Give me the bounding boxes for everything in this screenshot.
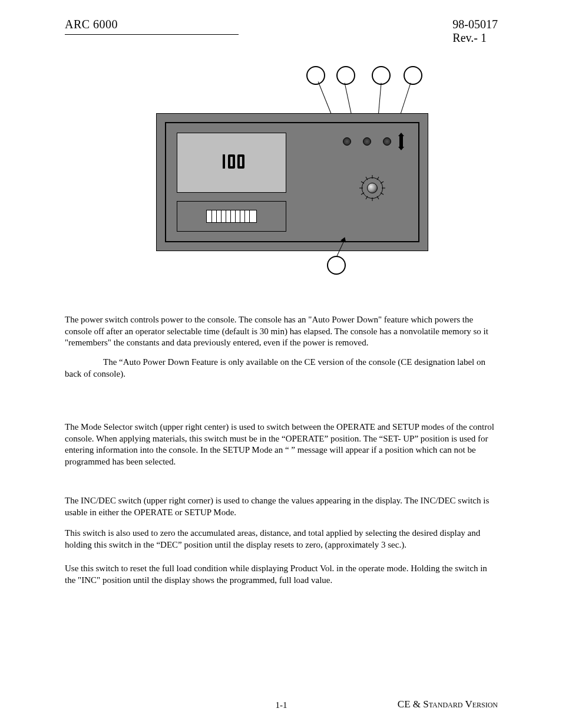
console-display: [177, 133, 286, 193]
inc-dec-switch-icon[interactable]: [399, 136, 403, 147]
console-lower-panel: [177, 201, 286, 232]
footer-version: CE & Standard Version: [398, 699, 498, 710]
console-figure: [156, 66, 427, 272]
callout-circle-3: [372, 66, 391, 85]
console-button-row: [343, 137, 419, 149]
doc-number: 98-05017: [452, 18, 498, 31]
console-display-value: [177, 154, 286, 169]
console-button-1[interactable]: [343, 137, 351, 146]
paragraph-mode-selector: The Mode Selector switch (upper right ce…: [65, 421, 498, 467]
header-rule: [65, 34, 239, 35]
paragraph-power: The power switch controls power to the c…: [65, 314, 498, 349]
console-button-2[interactable]: [363, 137, 371, 146]
console-body: [156, 113, 428, 251]
console-scale-strip: [206, 210, 257, 223]
footer-page-number: 1-1: [276, 700, 287, 710]
console-button-3[interactable]: [383, 137, 391, 146]
footer-version-text: CE & Standard Version: [398, 699, 498, 710]
callout-circle-1: [306, 66, 325, 85]
paragraph-incdec-2: This switch is also used to zero the acc…: [65, 528, 498, 551]
callout-circle-4: [404, 66, 422, 85]
paragraph-incdec-3: Use this switch to reset the full load c…: [65, 563, 498, 586]
callout-circle-5: [327, 256, 346, 275]
mode-selector-knob[interactable]: [362, 177, 383, 199]
console-bezel: [165, 122, 419, 242]
header-product-name: ARC 6000: [65, 18, 118, 31]
paragraph-note-ce: The “Auto Power Down Feature is only ava…: [65, 357, 498, 380]
paragraph-incdec-1: The INC/DEC switch (upper right corner) …: [65, 495, 498, 518]
header-doc-info: 98-05017 Rev.- 1: [452, 18, 498, 45]
doc-revision: Rev.- 1: [452, 31, 498, 45]
callout-circle-2: [336, 66, 355, 85]
